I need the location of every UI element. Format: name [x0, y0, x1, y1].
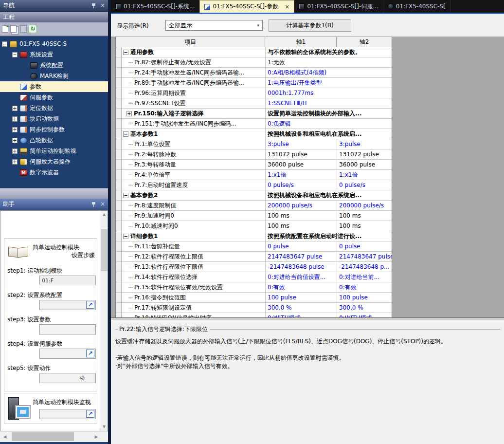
close-icon[interactable]: × [100, 3, 105, 8]
collapse-toggle-icon[interactable]: − [123, 50, 128, 55]
tree-item-positioning-data[interactable]: +定位数据 [0, 103, 108, 113]
axis2-cell[interactable]: 1:x1倍 [337, 170, 392, 180]
tree-item-module[interactable]: −01:FX5-40SSC-S [0, 38, 108, 49]
scroll-down-icon[interactable]: ▼ [100, 423, 108, 431]
item-cell[interactable]: Pr.97:SSCNET设置 [122, 98, 266, 109]
tab-system-configuration[interactable]: 01:FX5-40SSC-S[]-系统... [111, 0, 199, 13]
axis2-cell[interactable]: 3:pulse [337, 139, 392, 149]
item-cell[interactable]: Pr.24:手动脉冲发生器/INC同步编码器输... [122, 68, 266, 78]
axis-span-cell[interactable]: 1:SSCNETⅢ/H [266, 98, 392, 109]
calc-basic-param-button[interactable]: 计算基本参数1(B) [269, 19, 351, 32]
axis2-cell[interactable]: 100 ms [337, 221, 392, 231]
item-cell[interactable]: Pr.96:运算周期设置 [122, 88, 266, 98]
collapse-toggle-icon[interactable]: − [2, 41, 7, 47]
tree-item-digital-oscilloscope[interactable]: M数字示波器 [0, 167, 108, 178]
item-cell[interactable]: Pr.15:软件行程限位有效/无效设置 [122, 282, 266, 293]
axis1-cell[interactable]: 100 ms [266, 211, 337, 221]
scrollbar-thumb[interactable] [101, 229, 108, 271]
axis-span-cell[interactable]: 1:无效 [266, 57, 392, 68]
item-cell[interactable]: Pr.89:手动脉冲发生器/INC同步编码器输... [122, 78, 266, 88]
axis2-cell[interactable]: 100 pulse [337, 293, 392, 303]
axis2-cell[interactable]: 131072 pulse [337, 149, 392, 160]
item-cell[interactable]: Pr.9:加速时间0 [122, 211, 266, 221]
item-cell[interactable]: +Pr.150:输入端子逻辑选择 [122, 109, 266, 119]
axis1-cell[interactable]: -2147483648 pulse [266, 262, 337, 272]
item-cell[interactable]: Pr.13:软件行程限位下限值 [122, 262, 266, 272]
assistant-horizontal-scrollbar[interactable]: ◀ ▶ [0, 431, 108, 442]
item-cell[interactable]: Pr.18:M代码ON信号输出时序 [122, 313, 266, 317]
tree-item-system-settings[interactable]: −系统设置 [0, 49, 108, 60]
collapse-toggle-icon[interactable]: − [123, 131, 128, 137]
refresh-icon[interactable]: ↻ [29, 25, 37, 33]
axis2-cell[interactable]: 2147483647 pulse [337, 252, 392, 262]
tab-servo-parameter[interactable]: 01:FX5-40SSC-S[]-伺服... [294, 0, 383, 13]
close-icon[interactable]: × [100, 202, 105, 207]
expand-toggle-icon[interactable]: + [12, 159, 18, 165]
scroll-left-icon[interactable]: ◀ [0, 431, 10, 442]
item-cell[interactable]: Pr.4:单位倍率 [122, 170, 266, 180]
scroll-up-icon[interactable]: ▲ [100, 211, 108, 219]
item-cell[interactable]: −基本参数1 [122, 129, 266, 139]
new-item-icon[interactable]: + [2, 25, 8, 33]
axis2-cell[interactable]: 0:WITH模式 [337, 313, 392, 317]
expand-toggle-icon[interactable]: + [12, 116, 18, 122]
step3-button[interactable] [39, 324, 96, 334]
item-cell[interactable]: Pr.3:每转移动量 [122, 160, 266, 170]
item-cell[interactable]: −通用参数 [122, 47, 266, 57]
axis-span-cell[interactable]: 0:A相/B相模式(4倍频) [266, 68, 392, 78]
axis2-cell[interactable]: 100 ms [337, 211, 392, 221]
tree-item-cam-data[interactable]: +凸轮数据 [0, 135, 108, 146]
item-cell[interactable]: Pr.16:指令到位范围 [122, 293, 266, 303]
expand-toggle-icon[interactable]: + [12, 127, 18, 132]
item-cell[interactable]: Pr.1:单位设置 [122, 139, 266, 149]
axis1-cell[interactable]: 36000 pulse [266, 160, 337, 170]
axis1-cell[interactable]: 131072 pulse [266, 149, 337, 160]
item-cell[interactable]: Pr.7:启动时偏置速度 [122, 180, 266, 190]
expand-toggle-icon[interactable]: + [12, 106, 18, 111]
axis1-cell[interactable]: 1:x1倍 [266, 170, 337, 180]
axis1-cell[interactable]: 100 ms [266, 221, 337, 231]
expand-toggle-icon[interactable]: + [126, 111, 132, 116]
step2-button[interactable]: ↗ [39, 300, 96, 310]
tab-parameter[interactable]: 01:FX5-40SSC-S[]-参数× [199, 0, 294, 13]
axis1-cell[interactable]: 100 pulse [266, 293, 337, 303]
paste-icon[interactable] [20, 25, 27, 33]
axis2-cell[interactable]: -2147483648 p... [337, 262, 392, 272]
item-cell[interactable]: Pr.2:每转脉冲数 [122, 149, 266, 160]
tab-close-icon[interactable]: × [285, 3, 289, 10]
axis2-cell[interactable]: 0 pulse [337, 241, 392, 252]
axis1-cell[interactable]: 0 pulse/s [266, 180, 337, 190]
item-cell[interactable]: Pr.17:转矩限制设定值 [122, 303, 266, 313]
axis1-cell[interactable]: 0:有效 [266, 282, 337, 293]
axis2-cell[interactable]: 0 pulse/s [337, 180, 392, 190]
axis-span-cell[interactable]: 0:负逻辑 [266, 119, 392, 129]
axis-span-cell[interactable]: 0001h:1.777ms [266, 88, 392, 98]
axis1-cell[interactable]: 200000 pulse/s [266, 201, 337, 211]
item-cell[interactable]: Pr.12:软件行程限位上限值 [122, 252, 266, 262]
tree-item-servo-amplifier[interactable]: +伺服放大器操作 [0, 156, 108, 167]
tree-item-block-start-data[interactable]: +块启动数据 [0, 113, 108, 124]
monitor-open-button[interactable]: ↗ [39, 409, 96, 419]
tree-item-parameter[interactable]: 参数 [0, 81, 108, 92]
step4-button[interactable]: ↗ [39, 349, 96, 359]
item-cell[interactable]: Pr.11:齿隙补偿量 [122, 241, 266, 252]
axis1-cell[interactable]: 0:对进给当前值设置... [266, 272, 337, 282]
axis2-cell[interactable]: 0:有效 [337, 282, 392, 293]
expand-toggle-icon[interactable]: + [12, 148, 18, 154]
axis2-cell[interactable]: 300.0 % [337, 303, 392, 313]
tree-item-system-configuration[interactable]: 系统配置 [0, 60, 108, 71]
tree-item-motion-monitor[interactable]: +简单运动控制监视 [0, 146, 108, 156]
collapse-toggle-icon[interactable]: − [123, 234, 128, 239]
assistant-vertical-scrollbar[interactable]: ▲ ▼ [100, 211, 108, 431]
axis1-cell[interactable]: 2147483647 pulse [266, 252, 337, 262]
scrollbar-thumb[interactable] [12, 432, 74, 441]
item-cell[interactable]: −详细参数1 [122, 231, 266, 241]
tree-item-servo-parameter[interactable]: 伺服参数 [0, 92, 108, 103]
tab-mark-detection[interactable]: 01:FX5-40SSC-S[ [383, 0, 450, 13]
axis-span-cell[interactable]: 设置简单运动控制模块的外部输入... [266, 109, 392, 119]
item-cell[interactable]: Pr.10:减速时间0 [122, 221, 266, 231]
display-filter-select[interactable]: 全部显示 ▾ [165, 20, 263, 31]
pin-icon[interactable] [91, 3, 96, 8]
axis-span-cell[interactable]: 1:电压输出/开集类型 [266, 78, 392, 88]
step5-button[interactable]: 动 [39, 373, 96, 383]
